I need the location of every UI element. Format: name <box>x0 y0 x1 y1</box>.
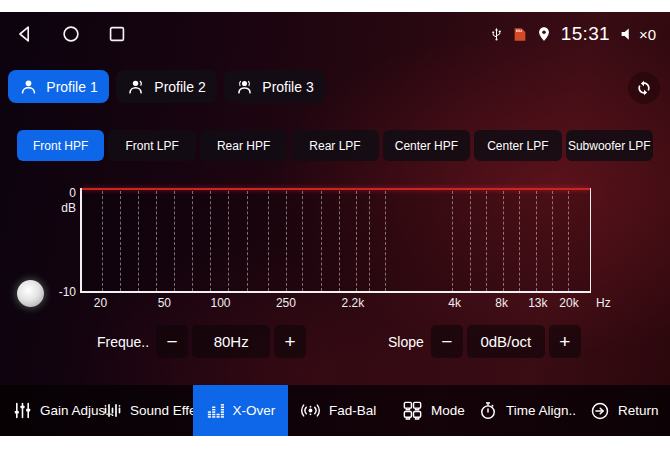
refresh-button[interactable] <box>628 72 660 104</box>
x-tick-label: 20 <box>94 296 107 310</box>
nav-item-sound-effects[interactable]: Sound Effe.. <box>102 385 204 436</box>
gridline <box>302 191 303 291</box>
filter-tab-subwoofer-lpf[interactable]: Subwoofer LPF <box>566 130 653 161</box>
nav-item-fad-bal[interactable]: Fad-Bal <box>299 385 376 436</box>
recents-button[interactable] <box>106 23 128 45</box>
nav-item-label: X-Over <box>233 403 276 418</box>
slope-decrease-button[interactable]: − <box>431 325 463 358</box>
sd-card-icon <box>513 27 527 42</box>
gain-sliders-icon <box>12 400 33 421</box>
back-triangle-icon <box>14 23 36 45</box>
profile-tab-1[interactable]: Profile 1 <box>8 70 109 103</box>
nav-item-mode[interactable]: Mode <box>401 385 465 436</box>
gridline <box>268 191 269 291</box>
recents-square-icon <box>106 23 128 45</box>
volume-mute-label: ×0 <box>639 26 656 43</box>
home-circle-icon <box>60 23 82 45</box>
mode-grid-icon <box>401 399 424 422</box>
gridline <box>228 191 229 291</box>
person-icon <box>19 77 38 96</box>
location-pin-icon <box>536 24 552 44</box>
nav-item-time-align[interactable]: Time Align.. <box>477 385 576 436</box>
gridline <box>102 191 103 291</box>
person-waves-icon <box>235 77 254 96</box>
x-axis-unit: Hz <box>596 296 611 310</box>
screenshot-stage: 15:31 ×0 Profile 1 <box>0 0 670 453</box>
fader-balance-speaker-icon <box>299 399 322 422</box>
frequency-control: Freque.. − 80Hz + <box>97 325 306 358</box>
nav-item-return[interactable]: Return <box>589 385 659 436</box>
x-tick-label: 20k <box>559 296 578 310</box>
x-tick-label: 100 <box>211 296 231 310</box>
x-tick-label: 8k <box>495 296 508 310</box>
gridline <box>536 191 537 291</box>
slope-label: Slope <box>388 334 424 350</box>
nav-item-gain-adjust[interactable]: Gain Adjus.. <box>12 385 113 436</box>
refresh-sync-icon <box>634 78 654 98</box>
gridline <box>247 191 248 291</box>
usb-icon <box>489 24 504 45</box>
gridline <box>156 191 157 291</box>
timer-stopwatch-icon <box>477 400 499 422</box>
person-wave-icon <box>127 77 146 96</box>
nav-item-label: Time Align.. <box>506 403 576 418</box>
nav-item-label: Mode <box>431 403 465 418</box>
y-axis-unit: dB <box>36 201 76 215</box>
return-arrow-icon <box>589 400 611 422</box>
profile-tabs: Profile 1 Profile 2 Profile 3 <box>8 70 325 103</box>
floating-touch-knob[interactable] <box>11 272 49 315</box>
gridline <box>369 191 370 291</box>
profile-tab-2[interactable]: Profile 2 <box>116 70 217 103</box>
gridline <box>486 191 487 291</box>
frequency-decrease-button[interactable]: − <box>156 325 188 358</box>
filter-tab-center-hpf[interactable]: Center HPF <box>383 130 470 161</box>
gridline <box>174 191 175 291</box>
head-unit-screen: 15:31 ×0 Profile 1 <box>0 12 670 436</box>
filter-tab-rear-lpf[interactable]: Rear LPF <box>291 130 378 161</box>
y-axis-tick-top: 0 <box>36 186 76 200</box>
equalizer-crossover-icon <box>206 401 226 421</box>
gridline <box>552 191 553 291</box>
gridline <box>120 191 121 291</box>
filter-tab-front-lpf[interactable]: Front LPF <box>108 130 195 161</box>
crossover-plot <box>80 188 591 293</box>
x-axis-ticks: 20501002502.2k4k8k13k20k <box>80 296 591 311</box>
frequency-value: 80Hz <box>192 325 270 358</box>
gridline <box>452 191 453 291</box>
profile-tab-3[interactable]: Profile 3 <box>224 70 325 103</box>
slope-control: Slope − 0dB/oct + <box>388 325 581 358</box>
gridline <box>519 191 520 291</box>
status-bar: 15:31 ×0 <box>0 16 670 52</box>
profile-tab-label: Profile 2 <box>154 79 205 95</box>
filter-tab-front-hpf[interactable]: Front HPF <box>17 130 104 161</box>
gridline <box>470 191 471 291</box>
home-button[interactable] <box>60 23 82 45</box>
nav-item-label: Fad-Bal <box>329 403 376 418</box>
response-curve <box>82 188 590 190</box>
profile-tab-label: Profile 3 <box>262 79 313 95</box>
slope-increase-button[interactable]: + <box>549 325 581 358</box>
frequency-increase-button[interactable]: + <box>274 325 306 358</box>
filter-tab-center-lpf[interactable]: Center LPF <box>474 130 561 161</box>
gridline <box>339 191 340 291</box>
back-button[interactable] <box>14 23 36 45</box>
slope-value: 0dB/oct <box>467 325 545 358</box>
speaker-muted-icon <box>619 25 637 43</box>
knob-ball-icon <box>17 280 44 307</box>
gridline <box>568 191 569 291</box>
x-tick-label: 250 <box>276 296 296 310</box>
gridline <box>138 191 139 291</box>
profile-tab-label: Profile 1 <box>46 79 97 95</box>
android-nav-buttons <box>14 23 128 45</box>
status-indicators: 15:31 ×0 <box>489 23 656 45</box>
gridline <box>210 191 211 291</box>
filter-tab-row: Front HPFFront LPFRear HPFRear LPFCenter… <box>17 130 653 161</box>
gridline <box>286 191 287 291</box>
nav-item-x-over[interactable]: X-Over <box>193 385 288 436</box>
filter-tab-rear-hpf[interactable]: Rear HPF <box>200 130 287 161</box>
volume-muted-indicator: ×0 <box>619 25 656 43</box>
x-tick-label: 13k <box>528 296 547 310</box>
gridline <box>356 191 357 291</box>
gridline <box>385 191 386 291</box>
bottom-nav: Gain Adjus.. Sound Effe.. X-Over <box>0 385 670 436</box>
